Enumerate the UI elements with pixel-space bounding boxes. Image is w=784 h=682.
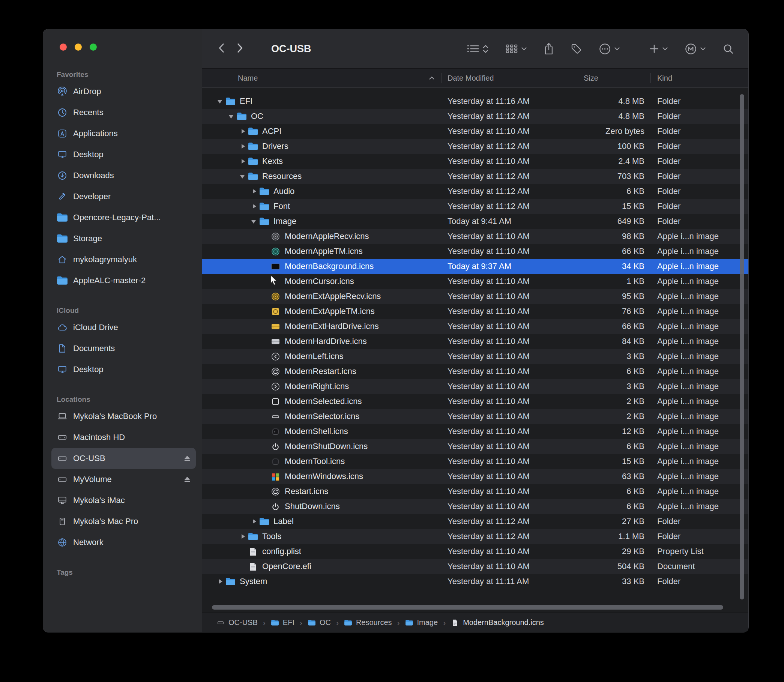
sidebar-item-label: MyVolume xyxy=(73,475,112,484)
group-by-button[interactable] xyxy=(505,44,527,54)
minimize-window-button[interactable] xyxy=(75,43,82,51)
file-row-kexts[interactable]: KextsYesterday at 11:10 AM2.4 MBFolder xyxy=(202,154,748,169)
sidebar-item-mykola-s-macbook-pro[interactable]: Mykola’s MacBook Pro xyxy=(51,406,196,427)
file-row-image[interactable]: ImageToday at 9:41 AM649 KBFolder xyxy=(202,214,748,229)
sidebar-item-mykola-s-mac-pro[interactable]: Mykola’s Mac Pro xyxy=(51,511,196,532)
column-header-date-modified[interactable]: Date Modified xyxy=(441,69,578,88)
size-cell: 66 KB xyxy=(578,247,650,256)
file-row-label[interactable]: LabelYesterday at 11:12 AM27 KBFolder xyxy=(202,514,748,529)
disclosure-closed-icon[interactable] xyxy=(249,518,259,525)
vertical-scrollbar[interactable] xyxy=(740,94,744,599)
file-row-modernextharddrive-icns[interactable]: ModernExtHardDrive.icnsYesterday at 11:1… xyxy=(202,319,748,334)
disclosure-closed-icon[interactable] xyxy=(216,578,225,585)
path-item-resources[interactable]: Resources xyxy=(344,618,392,627)
file-row-resources[interactable]: ResourcesYesterday at 11:12 AM703 KBFold… xyxy=(202,169,748,184)
file-row-restart-icns[interactable]: Restart.icnsYesterday at 11:10 AM6 KBApp… xyxy=(202,484,748,499)
sidebar-item-documents[interactable]: Documents xyxy=(51,338,196,359)
file-row-moderntool-icns[interactable]: ModernTool.icnsYesterday at 11:10 AM15 K… xyxy=(202,454,748,469)
search-button[interactable] xyxy=(722,43,734,55)
account-button[interactable] xyxy=(685,43,706,55)
disclosure-closed-icon[interactable] xyxy=(249,203,259,210)
sidebar-item-desktop[interactable]: Desktop xyxy=(51,359,196,380)
extdrive-icon xyxy=(57,475,68,484)
path-item-oc-usb[interactable]: OC-USB xyxy=(217,618,258,627)
sidebar-item-applications[interactable]: Applications xyxy=(51,123,196,144)
column-header-kind[interactable]: Kind xyxy=(650,69,748,88)
file-row-modernselector-icns[interactable]: ModernSelector.icnsYesterday at 11:10 AM… xyxy=(202,409,748,424)
file-row-acpi[interactable]: ACPIYesterday at 11:10 AMZero bytesFolde… xyxy=(202,124,748,139)
sidebar-sections: FavoritesAirDropRecentsApplicationsDeskt… xyxy=(43,51,202,579)
file-row-modernwindows-icns[interactable]: ModernWindows.icnsYesterday at 11:10 AM6… xyxy=(202,469,748,484)
sidebar-item-developer[interactable]: Developer xyxy=(51,186,196,207)
file-row-moderncursor-icns[interactable]: ModernCursor.icnsYesterday at 11:10 AM1 … xyxy=(202,274,748,289)
sidebar-item-oc-usb[interactable]: OC-USB xyxy=(51,448,196,469)
tags-button[interactable] xyxy=(570,43,582,55)
disclosure-open-icon[interactable] xyxy=(227,113,237,120)
path-item-efi[interactable]: EFI xyxy=(271,618,295,627)
sidebar-item-label: OC-USB xyxy=(73,454,105,463)
file-row-modernleft-icns[interactable]: ModernLeft.icnsYesterday at 11:10 AM3 KB… xyxy=(202,349,748,364)
file-row-font[interactable]: FontYesterday at 11:12 AM15 KBFolder xyxy=(202,199,748,214)
eject-icon[interactable] xyxy=(183,455,191,462)
disclosure-open-icon[interactable] xyxy=(216,98,225,105)
file-row-drivers[interactable]: DriversYesterday at 11:12 AM100 KBFolder xyxy=(202,139,748,154)
disclosure-open-icon[interactable] xyxy=(249,218,259,225)
sidebar-item-icloud-drive[interactable]: iCloud Drive xyxy=(51,317,196,338)
sidebar-item-storage[interactable]: Storage xyxy=(51,228,196,249)
more-actions-button[interactable] xyxy=(599,43,620,55)
file-row-modernextappletm-icns[interactable]: ModernExtAppleTM.icnsYesterday at 11:10 … xyxy=(202,304,748,319)
file-row-oc[interactable]: OCYesterday at 11:12 AM4.8 MBFolder xyxy=(202,109,748,124)
file-row-modernbackground-icns[interactable]: ModernBackground.icnsToday at 9:37 AM34 … xyxy=(202,259,748,274)
sidebar-item-opencore-legacy-pat[interactable]: Opencore-Legacy-Pat... xyxy=(51,207,196,228)
share-button[interactable] xyxy=(543,43,554,55)
forward-button[interactable] xyxy=(237,43,244,53)
path-item-image[interactable]: Image xyxy=(405,618,438,627)
sidebar-item-macintosh-hd[interactable]: Macintosh HD xyxy=(51,427,196,448)
file-row-modernselected-icns[interactable]: ModernSelected.icnsYesterday at 11:10 AM… xyxy=(202,394,748,409)
disclosure-closed-icon[interactable] xyxy=(238,143,248,150)
disclosure-closed-icon[interactable] xyxy=(238,158,248,165)
disclosure-closed-icon[interactable] xyxy=(249,188,259,195)
sidebar-item-mykolagrymalyuk[interactable]: mykolagrymalyuk xyxy=(51,249,196,270)
new-item-button[interactable] xyxy=(649,44,668,54)
view-options-button[interactable] xyxy=(467,44,489,54)
back-button[interactable] xyxy=(218,43,224,53)
file-row-modernapplerecv-icns[interactable]: ModernAppleRecv.icnsYesterday at 11:10 A… xyxy=(202,229,748,244)
column-header-name[interactable]: Name xyxy=(202,69,441,88)
file-row-modernextapplerecv-icns[interactable]: ModernExtAppleRecv.icnsYesterday at 11:1… xyxy=(202,289,748,304)
file-row-efi[interactable]: EFIYesterday at 11:16 AM4.8 MBFolder xyxy=(202,94,748,109)
file-row-modernrestart-icns[interactable]: ModernRestart.icnsYesterday at 11:10 AM6… xyxy=(202,364,748,379)
file-row-system[interactable]: SystemYesterday at 11:11 AM33 KBFolder xyxy=(202,574,748,589)
sidebar-item-network[interactable]: Network xyxy=(51,532,196,553)
file-row-modernshutdown-icns[interactable]: ModernShutDown.icnsYesterday at 11:10 AM… xyxy=(202,439,748,454)
file-name: OC xyxy=(251,112,263,121)
disclosure-closed-icon[interactable] xyxy=(238,128,248,135)
file-row-config-plist[interactable]: config.plistYesterday at 11:10 AM29 KBPr… xyxy=(202,544,748,559)
path-item-oc[interactable]: OC xyxy=(308,618,331,627)
sidebar-item-mykola-s-imac[interactable]: Mykola’s iMac xyxy=(51,490,196,511)
eject-icon[interactable] xyxy=(183,476,191,483)
disclosure-open-icon[interactable] xyxy=(238,173,248,180)
sidebar-item-myvolume[interactable]: MyVolume xyxy=(51,469,196,490)
sidebar-item-downloads[interactable]: Downloads xyxy=(51,165,196,186)
file-row-modernharddrive-icns[interactable]: ModernHardDrive.icnsYesterday at 11:10 A… xyxy=(202,334,748,349)
file-name: ModernExtAppleTM.icns xyxy=(285,306,375,316)
sidebar-item-applealc-master-2[interactable]: AppleALC-master-2 xyxy=(51,270,196,291)
sidebar-item-recents[interactable]: Recents xyxy=(51,102,196,123)
disclosure-closed-icon[interactable] xyxy=(238,533,248,540)
file-row-shutdown-icns[interactable]: ShutDown.icnsYesterday at 11:10 AM6 KBAp… xyxy=(202,499,748,514)
date-modified-cell: Yesterday at 11:10 AM xyxy=(441,441,578,451)
close-window-button[interactable] xyxy=(60,43,67,51)
sidebar-item-airdrop[interactable]: AirDrop xyxy=(51,81,196,102)
file-row-opencore-efi[interactable]: OpenCore.efiYesterday at 11:10 AM504 KBD… xyxy=(202,559,748,574)
file-row-audio[interactable]: AudioYesterday at 11:12 AM6 KBFolder xyxy=(202,184,748,199)
zoom-window-button[interactable] xyxy=(90,43,97,51)
file-row-modernshell-icns[interactable]: ModernShell.icnsYesterday at 11:10 AM12 … xyxy=(202,424,748,439)
horizontal-scrollbar[interactable] xyxy=(212,605,723,610)
file-row-tools[interactable]: ToolsYesterday at 11:12 AM1.1 MBFolder xyxy=(202,529,748,544)
column-header-size[interactable]: Size xyxy=(578,69,650,88)
sidebar-item-desktop[interactable]: Desktop xyxy=(51,144,196,165)
file-row-modernappletm-icns[interactable]: ModernAppleTM.icnsYesterday at 11:10 AM6… xyxy=(202,244,748,259)
file-row-modernright-icns[interactable]: ModernRight.icnsYesterday at 11:10 AM3 K… xyxy=(202,379,748,394)
path-item-modernbackground-icns[interactable]: ModernBackground.icns xyxy=(451,618,544,627)
